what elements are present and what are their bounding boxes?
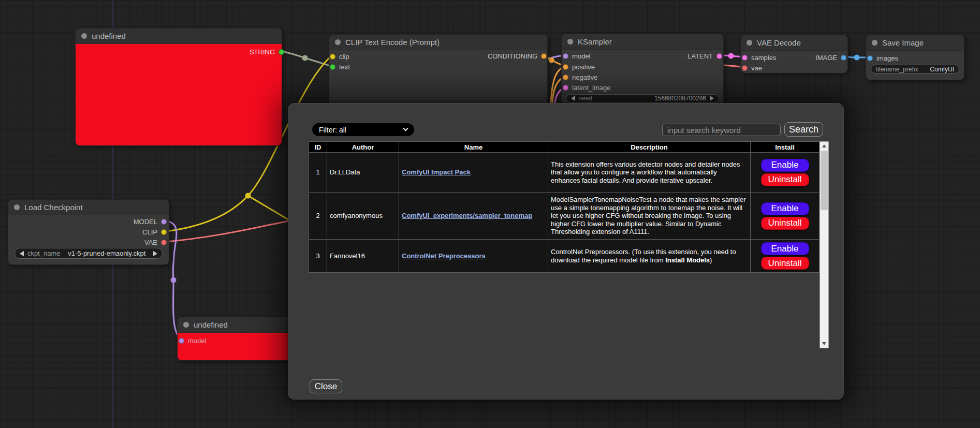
output-label: CLIP xyxy=(142,228,157,236)
prev-arrow-icon[interactable] xyxy=(20,251,24,256)
input-dot-images[interactable] xyxy=(867,55,873,61)
widget-value: v1-5-pruned-emaonly.ckpt xyxy=(68,249,145,257)
output-label: IMAGE xyxy=(815,54,837,62)
close-button[interactable]: Close xyxy=(310,379,342,393)
input-label: positive xyxy=(572,63,595,71)
next-arrow-icon[interactable] xyxy=(153,251,157,256)
input-dot-model[interactable] xyxy=(179,338,184,344)
output-dot-image[interactable] xyxy=(841,55,846,61)
output-dot-latent[interactable] xyxy=(716,53,722,59)
scroll-up-icon[interactable] xyxy=(820,142,828,150)
enable-button[interactable]: Enable xyxy=(761,242,809,255)
extension-link[interactable]: ControlNet Preprocessors xyxy=(402,252,486,260)
reroute-dot-string[interactable] xyxy=(302,55,308,61)
table-row: 3 Fannovel16 ControlNet Preprocessors Co… xyxy=(309,240,820,273)
ckpt-name-widget[interactable]: ckpt_name v1-5-pruned-emaonly.ckpt xyxy=(14,248,163,259)
output-dot-model[interactable] xyxy=(161,219,167,225)
decrement-arrow-icon[interactable] xyxy=(571,96,575,101)
node-undefined-string[interactable]: undefined STRING xyxy=(75,28,282,146)
input-label: clip xyxy=(339,53,349,61)
col-header-author: Author xyxy=(327,142,399,153)
node-load-checkpoint[interactable]: Load Checkpoint MODEL CLIP VAE ckpt_name… xyxy=(8,199,169,265)
cell-author: comfyanonymous xyxy=(327,193,399,240)
node-title-bar[interactable]: Save Image xyxy=(866,35,964,51)
reroute-dot-clip[interactable] xyxy=(245,193,251,199)
output-dot-string[interactable] xyxy=(279,49,284,55)
col-header-name: Name xyxy=(399,142,548,153)
uninstall-button[interactable]: Uninstall xyxy=(761,257,809,270)
collapse-dot-icon[interactable] xyxy=(872,40,877,46)
collapse-dot-icon[interactable] xyxy=(183,322,189,328)
widget-value: ComfyUI xyxy=(930,66,954,73)
col-header-install: Install xyxy=(751,142,820,153)
collapse-dot-icon[interactable] xyxy=(335,39,341,45)
scrollbar-thumb[interactable] xyxy=(821,151,828,210)
enable-button[interactable]: Enable xyxy=(761,202,809,215)
node-title: Load Checkpoint xyxy=(24,203,83,212)
increment-arrow-icon[interactable] xyxy=(710,96,714,101)
output-label: MODEL xyxy=(134,218,157,226)
enable-button[interactable]: Enable xyxy=(761,159,809,172)
input-dot-vae[interactable] xyxy=(742,65,748,71)
collapse-dot-icon[interactable] xyxy=(14,204,20,210)
input-dot-clip[interactable] xyxy=(330,54,335,60)
input-label: samples xyxy=(751,54,776,62)
table-scrollbar[interactable] xyxy=(820,141,829,348)
extension-table: ID Author Name Description Install 1 Dr.… xyxy=(309,141,820,273)
uninstall-button[interactable]: Uninstall xyxy=(761,217,809,230)
output-label: STRING xyxy=(250,48,275,56)
filter-dropdown[interactable]: Filter: all xyxy=(312,123,414,136)
seed-value: 156680208700286 xyxy=(654,95,706,102)
input-dot-text[interactable] xyxy=(330,64,335,70)
node-title: VAE Decode xyxy=(757,38,801,47)
comfyui-canvas[interactable]: undefined STRING CLIP Text Encode (Promp… xyxy=(0,0,980,428)
collapse-dot-icon[interactable] xyxy=(747,40,752,46)
node-title: Save Image xyxy=(882,38,924,47)
node-ksampler[interactable]: KSampler model positive negative latent_… xyxy=(561,34,724,111)
reroute-dot-latent[interactable] xyxy=(728,53,734,59)
node-title: undefined xyxy=(92,32,126,40)
cell-author: Dr.Lt.Data xyxy=(327,153,399,193)
cell-id: 3 xyxy=(309,240,327,273)
input-label: model xyxy=(572,52,590,60)
output-dot-conditioning[interactable] xyxy=(541,53,547,59)
input-dot-model[interactable] xyxy=(563,53,568,59)
node-save-image[interactable]: Save Image images filename_prefix ComfyU… xyxy=(866,35,964,80)
collapse-dot-icon[interactable] xyxy=(81,33,87,39)
input-dot-positive[interactable] xyxy=(563,64,568,70)
node-title-bar[interactable]: Load Checkpoint xyxy=(8,200,169,215)
search-input[interactable] xyxy=(662,124,781,136)
node-title-bar[interactable]: undefined xyxy=(178,317,301,333)
node-vae-decode[interactable]: VAE Decode samples vae IMAGE xyxy=(740,35,848,73)
scroll-down-icon[interactable] xyxy=(820,340,828,348)
node-undefined-model[interactable]: undefined model xyxy=(177,317,301,361)
node-title-bar[interactable]: CLIP Text Encode (Prompt) xyxy=(329,35,547,50)
uninstall-button[interactable]: Uninstall xyxy=(761,173,809,186)
reroute-dot-image[interactable] xyxy=(854,55,860,61)
input-label: vae xyxy=(751,64,762,72)
input-dot-samples[interactable] xyxy=(742,55,748,61)
seed-widget[interactable]: seed 156680208700286 xyxy=(566,94,719,102)
reroute-dot-model[interactable] xyxy=(171,277,177,283)
search-button[interactable]: Search xyxy=(784,122,823,137)
input-dot-negative[interactable] xyxy=(563,75,568,80)
col-header-id: ID xyxy=(309,142,327,153)
node-title-bar[interactable]: KSampler xyxy=(562,34,723,50)
node-title: undefined xyxy=(194,320,228,329)
extension-link[interactable]: ComfyUI_experiments/sampler_tonemap xyxy=(402,212,532,219)
output-dot-clip[interactable] xyxy=(161,229,167,235)
cell-description: This extension offers various detector n… xyxy=(548,153,751,193)
output-label: CONDITIONING xyxy=(488,52,537,60)
cell-author: Fannovel16 xyxy=(327,240,399,273)
reroute-dot-conditioning[interactable] xyxy=(549,57,554,63)
table-row: 1 Dr.Lt.Data ComfyUI Impact Pack This ex… xyxy=(309,153,820,193)
output-dot-vae[interactable] xyxy=(161,240,167,245)
extension-link[interactable]: ComfyUI Impact Pack xyxy=(402,168,471,176)
node-title-bar[interactable]: VAE Decode xyxy=(741,35,847,51)
input-label: negative xyxy=(572,73,597,81)
collapse-dot-icon[interactable] xyxy=(567,39,573,45)
filename-prefix-widget[interactable]: filename_prefix ComfyUI xyxy=(871,65,959,73)
input-dot-latent-image[interactable] xyxy=(563,85,568,91)
node-title-bar[interactable]: undefined xyxy=(76,28,282,44)
input-label: latent_image xyxy=(572,84,610,92)
